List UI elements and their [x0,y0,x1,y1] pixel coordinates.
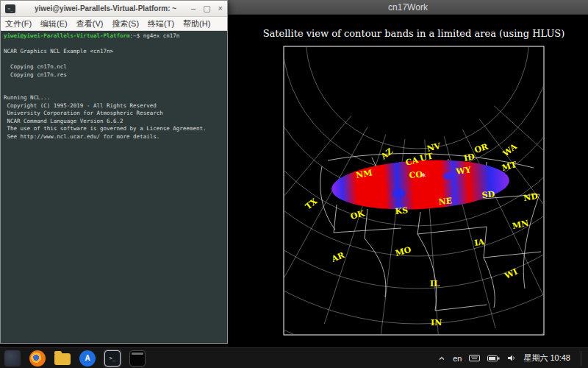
launcher-icon[interactable] [4,350,21,367]
terminal-line [4,87,227,95]
state-label-ND: ND [523,191,539,203]
terminal-line: Copying cn17n.ncl [4,63,227,71]
menu-item[interactable]: 搜索(S) [112,18,139,29]
terminal-line: See http://www.ncl.ucar.edu/ for more de… [4,133,227,141]
state-label-IN: IN [431,318,442,328]
state-label-WI: WI [503,267,519,282]
terminal-line [4,40,227,49]
prompt-user-host: yiwei@yiwei-Parallels-Virtual-Platform [4,32,130,39]
contour-band-ellipse [330,156,510,214]
terminal-line: Running NCL... [4,94,227,102]
file-manager-icon[interactable] [54,353,71,365]
terminal-window: >_ yiwei@yiwei-Parallels-Virtual-Platfor… [0,0,228,344]
menu-item[interactable]: 终端(T) [148,18,174,29]
state-label-AR: AR [329,250,346,264]
terminal-line: The use of this software is governed by … [4,125,227,133]
show-desktop-button[interactable] [581,351,584,366]
terminal-title: yiwei@yiwei-Parallels-Virtual-Platform: … [20,4,191,13]
keyboard-icon[interactable] [469,354,480,362]
state-label-ID: ID [463,152,476,163]
terminal-line: NCAR Command Language Version 6.6.2 [4,118,227,126]
command-text: ng4ex cn17n [140,32,179,39]
ncl-graphics-window: cn17Work [228,0,588,347]
state-label-KS: KS [395,205,409,216]
system-tray: en 星期六 10:48 [438,351,584,366]
menu-item[interactable]: 查看(V) [76,18,104,29]
terminal-line [4,56,227,64]
taskbar: A >_ en 星期六 10:48 [0,347,588,368]
menu-item[interactable]: 帮助(H) [183,18,210,29]
plot-window-title: cn17Work [388,2,428,13]
prompt-line: yiwei@yiwei-Parallels-Virtual-Platform:~… [4,32,227,40]
state-label-NE: NE [438,196,453,207]
terminal-menubar: 文件(F) 编辑(E) 查看(V) 搜索(S) 终端(T) 帮助(H) [1,17,227,31]
state-label-MN: MN [512,219,529,231]
state-label-SD: SD [481,189,495,200]
software-center-icon[interactable]: A [79,350,96,367]
input-method-indicator[interactable]: en [453,354,462,363]
window-controls: – ▢ × [191,4,223,13]
menu-item[interactable]: 文件(F) [5,18,32,29]
terminal-line [4,79,227,87]
battery-icon[interactable] [487,355,500,362]
state-label-WA: WA [501,141,519,159]
chevron-up-icon[interactable] [438,355,445,362]
terminal-output-area[interactable]: yiwei@yiwei-Parallels-Virtual-Platform:~… [1,31,227,343]
satellite-map: NVCAUTAZNMCOWYIDORWAMTNDSDNEKSOKTXARMOIA… [228,15,588,347]
terminal-line: Copyright (C) 1995-2019 - All Rights Res… [4,102,227,110]
terminal-titlebar[interactable]: >_ yiwei@yiwei-Parallels-Virtual-Platfor… [1,1,227,17]
plot-window-icon[interactable] [129,350,146,367]
desktop: cn17Work [0,0,588,368]
clock[interactable]: 星期六 10:48 [523,353,570,364]
terminal-line: Copying cn17n.res [4,71,227,79]
minimize-button[interactable]: – [191,4,196,13]
volume-icon[interactable] [507,354,516,362]
terminal-icon[interactable]: >_ [104,350,121,367]
state-label-IL: IL [430,279,440,289]
state-label-OR: OR [473,141,490,155]
terminal-line: University Corporation for Atmospheric R… [4,110,227,118]
state-label-TX: TX [304,197,320,212]
terminal-app-icon: >_ [5,4,15,13]
menu-item[interactable]: 编辑(E) [40,18,68,29]
figure-title: Satellite view of contour bands in a lim… [263,28,565,39]
terminal-line: NCAR Graphics NCL Example <cn17n> [4,48,227,56]
firefox-icon[interactable] [29,350,46,367]
state-label-IA: IA [474,237,486,248]
terminal-output-lines: NCAR Graphics NCL Example <cn17n> Copyin… [4,40,227,149]
plot-canvas: NVCAUTAZNMCOWYIDORWAMTNDSDNEKSOKTXARMOIA… [228,15,588,347]
dock: A >_ [4,350,146,367]
close-button[interactable]: × [218,4,223,13]
terminal-line [4,141,227,149]
maximize-button[interactable]: ▢ [203,4,210,13]
state-label-OK: OK [349,208,365,222]
state-label-MO: MO [394,245,412,258]
plot-window-titlebar[interactable]: cn17Work [228,0,588,15]
station-marker: * [421,172,426,183]
